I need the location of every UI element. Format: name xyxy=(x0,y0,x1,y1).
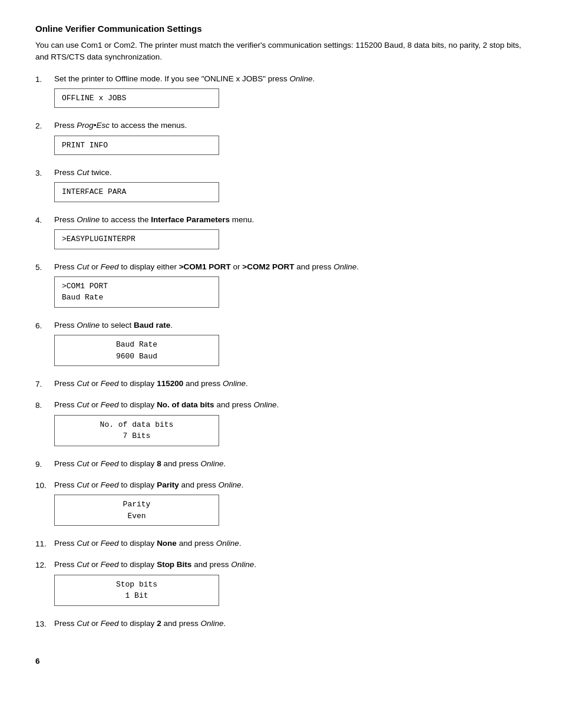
step-number: 6. xyxy=(35,319,54,332)
display-line: 1 Bit xyxy=(62,590,211,602)
step-text: Set the printer to Offline mode. If you … xyxy=(54,73,527,85)
step-number: 12. xyxy=(35,559,54,571)
display-box: No. of data bits7 Bits xyxy=(54,415,219,446)
list-item: 9.Press Cut or Feed to display 8 and pre… xyxy=(35,458,527,473)
intro-paragraph: You can use Com1 or Com2. The printer mu… xyxy=(35,39,527,64)
step-content: Press Prog•Esc to access the menus.PRINT… xyxy=(54,120,527,161)
display-line: Baud Rate xyxy=(62,292,211,304)
step-content: Press Cut or Feed to display either >COM… xyxy=(54,261,527,314)
list-item: 2.Press Prog•Esc to access the menus.PRI… xyxy=(35,120,527,161)
display-line: Stop bits xyxy=(62,579,211,591)
display-line: >COM1 PORT xyxy=(62,281,211,292)
step-number: 5. xyxy=(35,261,54,274)
display-box: INTERFACE PARA xyxy=(54,182,219,202)
step-text: Press Cut twice. xyxy=(54,167,527,179)
step-content: Press Cut or Feed to display Parity and … xyxy=(54,479,527,532)
display-line: OFFLINE x JOBS xyxy=(62,93,211,104)
display-box: Baud Rate9600 Baud xyxy=(54,335,219,366)
page-number: 6 xyxy=(35,657,527,666)
list-item: 11.Press Cut or Feed to display None and… xyxy=(35,538,527,553)
display-line: PRINT INFO xyxy=(62,140,211,151)
list-item: 12.Press Cut or Feed to display Stop Bit… xyxy=(35,559,527,611)
step-text: Press Cut or Feed to display either >COM… xyxy=(54,261,527,273)
step-content: Press Cut or Feed to display No. of data… xyxy=(54,399,527,452)
step-text: Press Online to select Baud rate. xyxy=(54,319,527,331)
step-number: 13. xyxy=(35,618,54,630)
list-item: 8.Press Cut or Feed to display No. of da… xyxy=(35,399,527,452)
step-content: Press Cut or Feed to display None and pr… xyxy=(54,538,527,553)
display-box: OFFLINE x JOBS xyxy=(54,88,219,108)
step-content: Press Cut or Feed to display 2 and press… xyxy=(54,618,527,633)
step-number: 8. xyxy=(35,399,54,411)
list-item: 1.Set the printer to Offline mode. If yo… xyxy=(35,73,527,114)
list-item: 3.Press Cut twice.INTERFACE PARA xyxy=(35,167,527,208)
display-box: >COM1 PORTBaud Rate xyxy=(54,276,219,308)
page-title: Online Verifier Communication Settings xyxy=(35,24,527,34)
display-box: >EASYPLUGINTERPR xyxy=(54,229,219,249)
display-line: Even xyxy=(62,510,211,522)
step-content: Press Cut or Feed to display 115200 and … xyxy=(54,378,527,393)
step-number: 1. xyxy=(35,73,54,85)
list-item: 10.Press Cut or Feed to display Parity a… xyxy=(35,479,527,532)
list-item: 6.Press Online to select Baud rate.Baud … xyxy=(35,319,527,372)
step-text: Press Prog•Esc to access the menus. xyxy=(54,120,527,131)
step-number: 4. xyxy=(35,214,54,226)
steps-list: 1.Set the printer to Offline mode. If yo… xyxy=(35,73,527,633)
step-content: Set the printer to Offline mode. If you … xyxy=(54,73,527,114)
display-line: Parity xyxy=(62,499,211,510)
step-text: Press Cut or Feed to display 8 and press… xyxy=(54,458,527,470)
display-box: ParityEven xyxy=(54,495,219,526)
step-content: Press Cut twice.INTERFACE PARA xyxy=(54,167,527,208)
step-content: Press Online to access the Interface Par… xyxy=(54,214,527,255)
step-text: Press Cut or Feed to display No. of data… xyxy=(54,399,527,411)
step-text: Press Cut or Feed to display None and pr… xyxy=(54,538,527,549)
step-text: Press Cut or Feed to display Stop Bits a… xyxy=(54,559,527,571)
display-line: Baud Rate xyxy=(62,339,211,351)
list-item: 13.Press Cut or Feed to display 2 and pr… xyxy=(35,618,527,633)
step-number: 7. xyxy=(35,378,54,390)
step-number: 3. xyxy=(35,167,54,179)
display-box: Stop bits1 Bit xyxy=(54,575,219,606)
display-box: PRINT INFO xyxy=(54,136,219,156)
step-content: Press Online to select Baud rate.Baud Ra… xyxy=(54,319,527,372)
step-number: 10. xyxy=(35,479,54,492)
list-item: 7.Press Cut or Feed to display 115200 an… xyxy=(35,378,527,393)
display-line: 9600 Baud xyxy=(62,351,211,363)
display-line: 7 Bits xyxy=(62,430,211,442)
step-number: 11. xyxy=(35,538,54,550)
step-text: Press Cut or Feed to display Parity and … xyxy=(54,479,527,491)
display-line: No. of data bits xyxy=(62,419,211,431)
step-number: 2. xyxy=(35,120,54,132)
list-item: 5.Press Cut or Feed to display either >C… xyxy=(35,261,527,314)
display-line: >EASYPLUGINTERPR xyxy=(62,233,211,245)
step-content: Press Cut or Feed to display Stop Bits a… xyxy=(54,559,527,611)
step-content: Press Cut or Feed to display 8 and press… xyxy=(54,458,527,473)
list-item: 4.Press Online to access the Interface P… xyxy=(35,214,527,255)
step-text: Press Cut or Feed to display 115200 and … xyxy=(54,378,527,390)
step-text: Press Cut or Feed to display 2 and press… xyxy=(54,618,527,630)
step-number: 9. xyxy=(35,458,54,470)
display-line: INTERFACE PARA xyxy=(62,186,211,198)
step-text: Press Online to access the Interface Par… xyxy=(54,214,527,226)
